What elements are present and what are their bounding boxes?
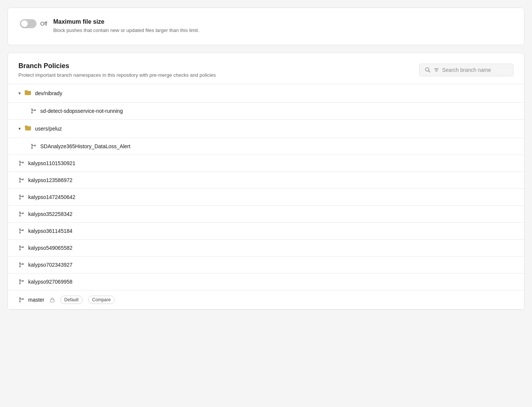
branch-name: kalypso549065582	[28, 245, 73, 251]
svg-point-31	[20, 301, 21, 302]
max-file-size-card: Off Maximum file size Block pushes that …	[8, 8, 524, 45]
branch-title-group: Branch Policies Protect important branch…	[18, 62, 216, 78]
badge-compare[interactable]: Compare	[88, 296, 115, 304]
svg-point-28	[20, 283, 21, 284]
branch-icon	[18, 160, 24, 166]
folder-icon	[24, 90, 31, 97]
branch-item-sdanalyze: SDAnalyze365History_DataLoss_Alert	[8, 138, 524, 155]
svg-point-22	[20, 249, 21, 250]
group-name-dev-nibrady: dev/nibrady	[35, 90, 62, 96]
setting-content: Maximum file size Block pushes that cont…	[53, 18, 512, 34]
branch-item-kalypso2: kalypso123586972	[8, 172, 524, 189]
branch-icon	[18, 177, 24, 183]
branch-policies-header: Branch Policies Protect important branch…	[8, 53, 524, 84]
branch-item-kalypso4: kalypso352258342	[8, 206, 524, 223]
chevron-down-icon: ▾	[18, 126, 21, 131]
branch-name: kalypso927069958	[28, 279, 73, 285]
branch-item-kalypso8: kalypso927069958	[8, 273, 524, 290]
branch-name: kalypso352258342	[28, 211, 73, 217]
lock-icon	[50, 297, 55, 302]
svg-point-7	[20, 164, 21, 166]
branch-item-kalypso3: kalypso1472450642	[8, 189, 524, 206]
group-name-users-peluz: users/peluz	[35, 126, 62, 132]
svg-point-1	[32, 112, 33, 113]
branch-icon	[18, 262, 24, 268]
branch-name: kalypso1101530921	[28, 160, 75, 166]
badge-default: Default	[60, 296, 83, 304]
toggle-container: Off	[20, 19, 47, 28]
svg-point-25	[20, 266, 21, 267]
svg-rect-33	[50, 299, 54, 302]
max-file-size-toggle[interactable]	[20, 19, 36, 28]
branch-icon	[30, 143, 36, 149]
branch-name-sdanalyze: SDAnalyze365History_DataLoss_Alert	[40, 143, 131, 149]
search-icon	[425, 67, 431, 73]
toggle-state-label: Off	[40, 21, 47, 27]
chevron-down-icon: ▾	[18, 91, 21, 96]
branch-name: kalypso123586972	[28, 177, 73, 183]
svg-point-16	[20, 215, 21, 216]
folder-icon	[24, 125, 31, 132]
branch-policies-subtitle: Protect important branch namespaces in t…	[18, 72, 216, 78]
branch-icon	[18, 194, 24, 200]
branch-name-master: master	[28, 297, 44, 303]
search-branch-input[interactable]	[442, 67, 508, 73]
svg-point-4	[32, 147, 33, 149]
search-branch-box[interactable]	[419, 64, 514, 76]
branch-item-kalypso1: kalypso1101530921	[8, 155, 524, 172]
branch-item-kalypso5: kalypso361145184	[8, 223, 524, 240]
branch-list: ▾ dev/nibrady sd-detect-sdopsservice-not…	[8, 84, 524, 310]
branch-name: kalypso1472450642	[28, 194, 75, 200]
branch-item-kalypso7: kalypso702343927	[8, 257, 524, 273]
branch-icon	[18, 297, 24, 303]
filter-icon	[434, 67, 439, 73]
svg-point-10	[20, 181, 21, 182]
branch-icon	[18, 279, 24, 285]
branch-item-sd-detect: sd-detect-sdopsservice-not-running	[8, 103, 524, 120]
branch-item-master: master Default Compare	[8, 290, 524, 310]
branch-name-sd-detect: sd-detect-sdopsservice-not-running	[40, 108, 123, 114]
setting-description: Block pushes that contain new or updated…	[53, 27, 512, 34]
branch-policies-card: Branch Policies Protect important branch…	[8, 53, 524, 310]
svg-point-13	[20, 198, 21, 199]
branch-icon	[18, 245, 24, 251]
svg-point-19	[20, 232, 21, 233]
branch-icon	[18, 211, 24, 217]
branch-policies-title: Branch Policies	[18, 62, 216, 70]
branch-group-dev-nibrady[interactable]: ▾ dev/nibrady	[8, 84, 524, 103]
branch-name: kalypso702343927	[28, 262, 73, 268]
branch-icon	[18, 228, 24, 234]
branch-item-kalypso6: kalypso549065582	[8, 240, 524, 257]
setting-title: Maximum file size	[53, 18, 512, 25]
branch-group-users-peluz[interactable]: ▾ users/peluz	[8, 120, 524, 138]
branch-name: kalypso361145184	[28, 228, 73, 234]
branch-icon	[30, 108, 36, 114]
